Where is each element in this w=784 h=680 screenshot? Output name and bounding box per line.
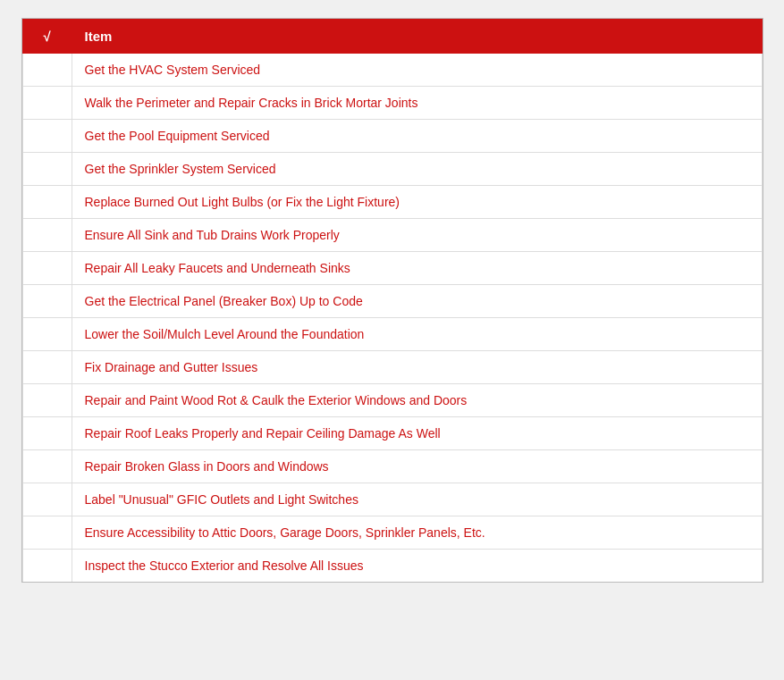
check-cell[interactable] [22,54,72,87]
header-check: √ [22,20,72,54]
table-row: Get the HVAC System Serviced [22,54,762,87]
table-row: Fix Drainage and Gutter Issues [22,351,762,384]
item-cell: Ensure Accessibility to Attic Doors, Gar… [72,516,762,550]
item-cell: Get the HVAC System Serviced [72,54,762,87]
table-row: Label "Unusual" GFIC Outlets and Light S… [22,483,762,516]
check-cell[interactable] [22,450,72,483]
table-row: Repair Broken Glass in Doors and Windows [22,450,762,483]
table-row: Ensure Accessibility to Attic Doors, Gar… [22,516,762,550]
table-row: Ensure All Sink and Tub Drains Work Prop… [22,219,762,252]
table-row: Inspect the Stucco Exterior and Resolve … [22,550,762,583]
item-cell: Repair All Leaky Faucets and Underneath … [72,252,762,285]
table-row: Repair Roof Leaks Properly and Repair Ce… [22,417,762,450]
item-cell: Repair Roof Leaks Properly and Repair Ce… [72,417,762,450]
item-cell: Label "Unusual" GFIC Outlets and Light S… [72,483,762,516]
check-cell[interactable] [22,153,72,186]
table-row: Get the Electrical Panel (Breaker Box) U… [22,285,762,318]
table-row: Walk the Perimeter and Repair Cracks in … [22,87,762,120]
check-cell[interactable] [22,384,72,417]
table-body: Get the HVAC System ServicedWalk the Per… [22,54,762,583]
item-cell: Inspect the Stucco Exterior and Resolve … [72,550,762,583]
header-item: Item [72,20,762,54]
table-row: Lower the Soil/Mulch Level Around the Fo… [22,318,762,351]
check-cell[interactable] [22,252,72,285]
checklist-container: √ Item Get the HVAC System ServicedWalk … [21,18,763,583]
item-cell: Fix Drainage and Gutter Issues [72,351,762,384]
table-row: Repair All Leaky Faucets and Underneath … [22,252,762,285]
check-cell[interactable] [22,351,72,384]
check-cell[interactable] [22,219,72,252]
check-cell[interactable] [22,318,72,351]
check-cell[interactable] [22,285,72,318]
item-cell: Repair and Paint Wood Rot & Caulk the Ex… [72,384,762,417]
check-cell[interactable] [22,417,72,450]
item-cell: Get the Pool Equipment Serviced [72,120,762,153]
check-cell[interactable] [22,516,72,550]
table-header-row: √ Item [22,20,762,54]
table-row: Get the Sprinkler System Serviced [22,153,762,186]
item-cell: Replace Burned Out Light Bulbs (or Fix t… [72,186,762,219]
check-cell[interactable] [22,186,72,219]
check-cell[interactable] [22,87,72,120]
item-cell: Lower the Soil/Mulch Level Around the Fo… [72,318,762,351]
item-cell: Get the Sprinkler System Serviced [72,153,762,186]
item-cell: Walk the Perimeter and Repair Cracks in … [72,87,762,120]
table-row: Repair and Paint Wood Rot & Caulk the Ex… [22,384,762,417]
item-cell: Get the Electrical Panel (Breaker Box) U… [72,285,762,318]
item-cell: Repair Broken Glass in Doors and Windows [72,450,762,483]
check-cell[interactable] [22,120,72,153]
check-cell[interactable] [22,550,72,583]
table-row: Get the Pool Equipment Serviced [22,120,762,153]
table-row: Replace Burned Out Light Bulbs (or Fix t… [22,186,762,219]
check-cell[interactable] [22,483,72,516]
checklist-table: √ Item Get the HVAC System ServicedWalk … [22,19,763,582]
item-cell: Ensure All Sink and Tub Drains Work Prop… [72,219,762,252]
